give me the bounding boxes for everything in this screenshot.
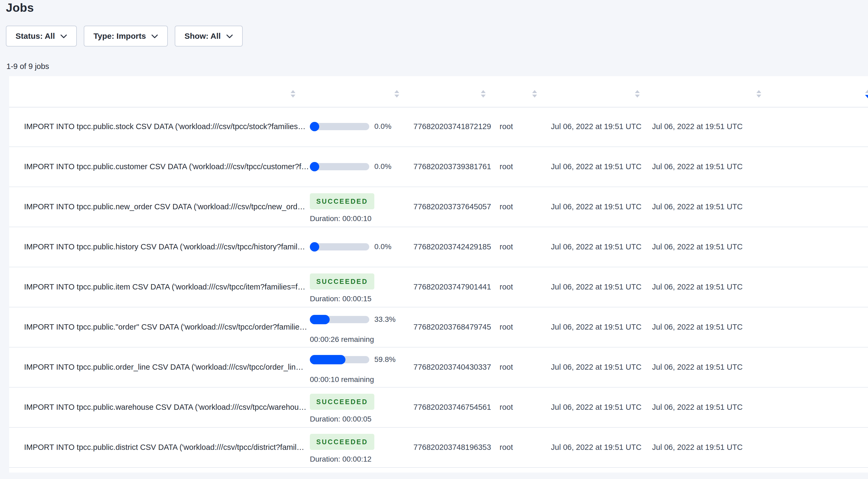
job-progress-percent: 59.8% bbox=[374, 355, 396, 364]
sort-up-icon bbox=[635, 90, 640, 93]
last-execution-time-cell: Jul 06, 2022 at 19:51 UTC bbox=[652, 202, 743, 211]
job-description-link[interactable]: IMPORT INTO tpcc.public.item CSV DATA ('… bbox=[24, 282, 305, 292]
user-cell: root bbox=[500, 322, 513, 332]
last-execution-time-cell: Jul 06, 2022 at 19:51 UTC bbox=[652, 282, 743, 292]
last-execution-time-cell: Jul 06, 2022 at 19:51 UTC bbox=[652, 443, 743, 452]
table-row: IMPORT INTO tpcc.public.order_line CSV D… bbox=[9, 347, 868, 387]
sort-up-icon bbox=[290, 90, 296, 93]
job-duration: Duration: 00:00:12 bbox=[310, 455, 371, 464]
sort-up-icon bbox=[865, 89, 868, 93]
job-progress-fill bbox=[310, 315, 330, 324]
status-badge: SUCCEEDED bbox=[310, 434, 374, 450]
job-progress-fill bbox=[310, 355, 345, 364]
sort-up-icon bbox=[532, 90, 537, 93]
job-description-link[interactable]: IMPORT INTO tpcc.public.warehouse CSV DA… bbox=[24, 403, 306, 412]
job-progress-fill bbox=[310, 242, 319, 251]
jobs-table-body: IMPORT INTO tpcc.public.stock CSV DATA (… bbox=[9, 107, 868, 468]
table-row: IMPORT INTO tpcc.public.history CSV DATA… bbox=[9, 227, 868, 267]
table-row: IMPORT INTO tpcc.public.customer CSV DAT… bbox=[9, 147, 868, 187]
status-badge: SUCCEEDED bbox=[310, 193, 374, 209]
job-progress-bar bbox=[310, 163, 369, 170]
last-execution-time-cell: Jul 06, 2022 at 19:51 UTC bbox=[652, 122, 743, 131]
jobs-table-header bbox=[9, 76, 868, 107]
creation-time-cell: Jul 06, 2022 at 19:51 UTC bbox=[551, 322, 642, 332]
user-cell: root bbox=[500, 122, 513, 131]
sort-icon[interactable] bbox=[394, 90, 400, 98]
creation-time-cell: Jul 06, 2022 at 19:51 UTC bbox=[551, 162, 642, 171]
creation-time-cell: Jul 06, 2022 at 19:51 UTC bbox=[551, 242, 642, 251]
table-row: IMPORT INTO tpcc.public."order" CSV DATA… bbox=[9, 307, 868, 347]
status-filter-dropdown[interactable]: Status: All bbox=[6, 26, 77, 46]
show-filter-dropdown[interactable]: Show: All bbox=[175, 26, 243, 46]
job-id-cell: 776820203741872129 bbox=[413, 122, 491, 131]
show-filter-label: Show: All bbox=[184, 32, 221, 41]
job-progress-percent: 0.0% bbox=[374, 162, 392, 171]
job-duration: Duration: 00:00:10 bbox=[310, 214, 371, 223]
creation-time-cell: Jul 06, 2022 at 19:51 UTC bbox=[551, 282, 642, 292]
jobs-table: IMPORT INTO tpcc.public.stock CSV DATA (… bbox=[9, 76, 868, 473]
sort-icon[interactable] bbox=[480, 90, 486, 98]
sort-up-icon bbox=[756, 90, 761, 93]
creation-time-cell: Jul 06, 2022 at 19:51 UTC bbox=[551, 443, 642, 452]
chevron-down-icon bbox=[60, 32, 67, 41]
job-description-link[interactable]: IMPORT INTO tpcc.public.order_line CSV D… bbox=[24, 363, 303, 372]
table-row: IMPORT INTO tpcc.public.new_order CSV DA… bbox=[9, 187, 868, 227]
page-title: Jobs bbox=[6, 1, 34, 14]
job-id-cell: 776820203748196353 bbox=[413, 443, 491, 452]
jobs-count: 1-9 of 9 jobs bbox=[6, 62, 49, 71]
job-progress-bar bbox=[310, 316, 369, 323]
last-execution-time-cell: Jul 06, 2022 at 19:51 UTC bbox=[652, 363, 743, 372]
creation-time-cell: Jul 06, 2022 at 19:51 UTC bbox=[551, 202, 642, 211]
job-id-cell: 776820203740430337 bbox=[413, 363, 491, 372]
sort-icon[interactable] bbox=[290, 90, 296, 98]
job-description-link[interactable]: IMPORT INTO tpcc.public.customer CSV DAT… bbox=[24, 162, 309, 171]
sort-icon[interactable] bbox=[635, 90, 640, 98]
chevron-down-icon bbox=[151, 32, 158, 41]
job-progress-fill bbox=[310, 122, 319, 131]
job-description-link[interactable]: IMPORT INTO tpcc.public.new_order CSV DA… bbox=[24, 202, 305, 211]
table-row: IMPORT INTO tpcc.public.stock CSV DATA (… bbox=[9, 107, 868, 147]
job-duration: Duration: 00:00:05 bbox=[310, 415, 371, 423]
creation-time-cell: Jul 06, 2022 at 19:51 UTC bbox=[551, 363, 642, 372]
status-filter-label: Status: All bbox=[16, 32, 55, 41]
job-progress-bar bbox=[310, 243, 369, 250]
sort-down-icon bbox=[532, 95, 537, 98]
status-badge: SUCCEEDED bbox=[310, 273, 374, 289]
filters-bar: Status: All Type: Imports Show: All bbox=[6, 26, 243, 46]
table-row: IMPORT INTO tpcc.public.warehouse CSV DA… bbox=[9, 387, 868, 428]
job-id-cell: 776820203747901441 bbox=[413, 282, 491, 292]
job-description-link[interactable]: IMPORT INTO tpcc.public.stock CSV DATA (… bbox=[24, 122, 306, 131]
job-progress-fill bbox=[310, 162, 319, 171]
user-cell: root bbox=[500, 162, 513, 171]
job-description-link[interactable]: IMPORT INTO tpcc.public.history CSV DATA… bbox=[24, 242, 305, 251]
table-row: IMPORT INTO tpcc.public.district CSV DAT… bbox=[9, 428, 868, 468]
sort-icon[interactable] bbox=[865, 89, 868, 99]
chevron-down-icon bbox=[226, 32, 233, 41]
user-cell: root bbox=[500, 403, 513, 412]
sort-up-icon bbox=[481, 90, 486, 93]
sort-icon[interactable] bbox=[756, 90, 762, 98]
job-description-link[interactable]: IMPORT INTO tpcc.public.district CSV DAT… bbox=[24, 443, 304, 452]
sort-up-icon bbox=[394, 90, 399, 93]
job-id-cell: 776820203737645057 bbox=[413, 202, 491, 211]
user-cell: root bbox=[500, 363, 513, 372]
job-id-cell: 776820203739381761 bbox=[413, 162, 491, 171]
type-filter-dropdown[interactable]: Type: Imports bbox=[84, 26, 168, 46]
sort-icon[interactable] bbox=[532, 90, 537, 98]
last-execution-time-cell: Jul 06, 2022 at 19:51 UTC bbox=[652, 322, 743, 332]
job-description-link[interactable]: IMPORT INTO tpcc.public."order" CSV DATA… bbox=[24, 322, 307, 332]
last-execution-time-cell: Jul 06, 2022 at 19:51 UTC bbox=[652, 403, 743, 412]
job-progress-percent: 33.3% bbox=[374, 315, 396, 324]
creation-time-cell: Jul 06, 2022 at 19:51 UTC bbox=[551, 122, 642, 131]
status-badge: SUCCEEDED bbox=[310, 394, 374, 410]
job-id-cell: 776820203768479745 bbox=[413, 322, 491, 332]
job-progress-bar bbox=[310, 123, 369, 130]
last-execution-time-cell: Jul 06, 2022 at 19:51 UTC bbox=[652, 162, 743, 171]
sort-down-icon bbox=[481, 95, 486, 98]
user-cell: root bbox=[500, 202, 513, 211]
job-remaining-time: 00:00:26 remaining bbox=[310, 335, 374, 344]
sort-down-icon bbox=[394, 95, 399, 98]
job-duration: Duration: 00:00:15 bbox=[310, 295, 371, 303]
job-id-cell: 776820203746754561 bbox=[413, 403, 491, 412]
sort-down-icon bbox=[865, 95, 868, 99]
